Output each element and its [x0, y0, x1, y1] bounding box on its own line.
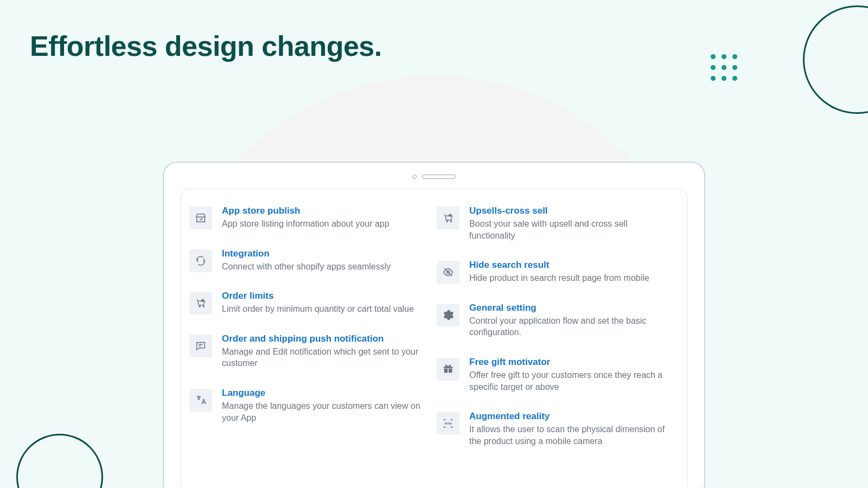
setting-general[interactable]: General setting Control your application…: [437, 303, 679, 338]
setting-title: Order limits: [222, 291, 427, 301]
setting-title: Augmented reality: [469, 411, 674, 422]
setting-language[interactable]: Language Manage the languages your custo…: [189, 388, 431, 423]
settings-panel: App store publish App store listing info…: [180, 189, 688, 488]
setting-desc: Limit order by minimum quantity or cart …: [222, 303, 427, 315]
setting-desc: Manage and Edit notification which get s…: [222, 346, 427, 369]
translate-icon: [189, 389, 212, 412]
setting-title: Language: [222, 388, 427, 399]
decorative-arc-top: [803, 5, 868, 114]
gift-icon: [437, 358, 459, 381]
eye-off-icon: [437, 261, 459, 284]
setting-integration[interactable]: Integration Connect with other shopify a…: [189, 248, 431, 273]
barcode-icon: [437, 412, 459, 435]
tablet-frame: App store publish App store listing info…: [163, 162, 705, 488]
setting-desc: Manage the languages your customers can …: [222, 400, 427, 423]
gear-icon: [437, 304, 459, 326]
setting-desc: It allows the user to scan the physical …: [469, 423, 674, 447]
decorative-dot-grid: [711, 54, 738, 81]
setting-desc: Connect with other shopify apps seamless…: [222, 261, 427, 273]
setting-desc: Hide product in search result page from …: [469, 272, 674, 284]
setting-title: General setting: [469, 303, 674, 313]
setting-augmented-reality[interactable]: Augmented reality It allows the user to …: [437, 411, 679, 447]
setting-title: Order and shipping push notification: [222, 333, 427, 344]
setting-desc: Control your application flow and set th…: [469, 315, 674, 338]
page-title: Effortless design changes.: [30, 30, 382, 62]
setting-app-store-publish[interactable]: App store publish App store listing info…: [189, 206, 431, 230]
cart-up-icon: [189, 292, 212, 314]
chat-icon: [189, 335, 212, 357]
setting-title: Free gift motivator: [469, 357, 674, 368]
tablet-speaker: [164, 172, 704, 181]
cart-up-icon: [437, 207, 459, 229]
setting-hide-search[interactable]: Hide search result Hide product in searc…: [437, 260, 679, 284]
store-icon: [189, 207, 212, 229]
setting-order-limits[interactable]: Order limits Limit order by minimum quan…: [189, 291, 431, 315]
setting-desc: Offer free gift to your customers once t…: [469, 369, 674, 393]
setting-desc: App store listing information about your…: [222, 218, 427, 230]
setting-title: Upsells-cross sell: [469, 206, 674, 216]
setting-title: Integration: [222, 248, 427, 259]
setting-upsells[interactable]: Upsells-cross sell Boost your sale with …: [437, 206, 679, 241]
sync-icon: [189, 249, 212, 272]
setting-free-gift[interactable]: Free gift motivator Offer free gift to y…: [437, 357, 679, 393]
setting-title: App store publish: [222, 206, 427, 216]
setting-title: Hide search result: [469, 260, 674, 271]
decorative-arc-bottom: [16, 434, 103, 488]
setting-desc: Boost your sale with upsell and cross se…: [469, 218, 674, 241]
setting-push-notification[interactable]: Order and shipping push notification Man…: [189, 333, 431, 369]
